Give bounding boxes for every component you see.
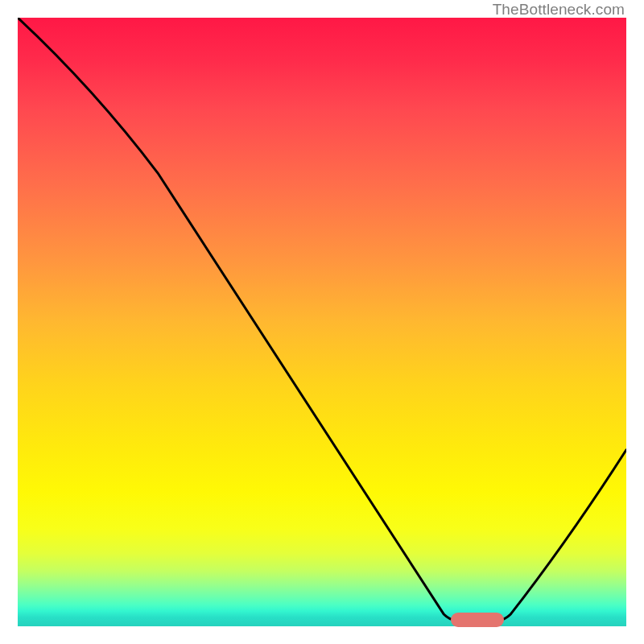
optimal-range-marker: [451, 613, 505, 627]
chart-plot-area: [18, 18, 626, 626]
attribution-text: TheBottleneck.com: [493, 1, 625, 19]
chart-background-gradient: [18, 18, 626, 626]
